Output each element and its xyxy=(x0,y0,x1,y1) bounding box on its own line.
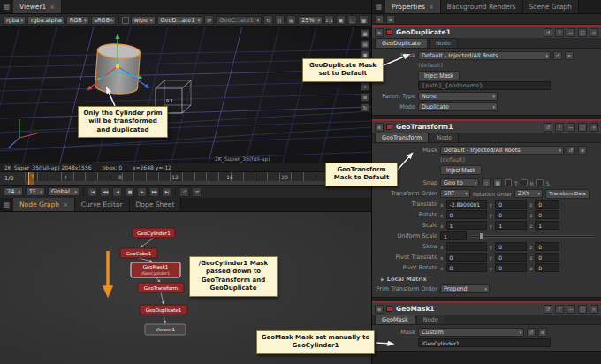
node-geocube1[interactable]: GeoCube1 xyxy=(120,248,157,258)
node-color-chip[interactable] xyxy=(386,124,392,130)
pane-menu-icon[interactable]: ▦ xyxy=(372,0,385,13)
node-geotransform[interactable]: GeoTransform xyxy=(138,283,184,292)
path-template-field[interactable]: {path}_{nodename} xyxy=(418,81,551,90)
close-icon[interactable]: × xyxy=(49,4,55,11)
gm-mask-dropdown[interactable]: Custom xyxy=(418,328,524,337)
mask-path-field[interactable]: /GeoCylinder1 xyxy=(418,338,551,347)
pane-menu-icon[interactable]: ▦ xyxy=(0,198,13,211)
node-name[interactable]: GeoTransform1 xyxy=(396,123,541,131)
sync-icon[interactable]: ↻ xyxy=(361,103,369,112)
tab-scene-graph[interactable]: Scene Graph xyxy=(523,0,579,13)
range-dropdown[interactable]: Global xyxy=(48,187,80,196)
mask-menu-icon[interactable]: ≡ xyxy=(578,146,587,155)
minimize-icon[interactable]: — xyxy=(567,123,575,132)
prev-frame-button[interactable]: ◀ xyxy=(112,187,122,197)
tab-node[interactable]: Node xyxy=(429,38,458,48)
rotate-y-field[interactable]: 0 xyxy=(495,210,527,219)
pivot-rotate-z-field[interactable]: 0 xyxy=(535,263,559,272)
swap-inputs-icon[interactable]: ⇄ xyxy=(204,15,214,25)
help-icon[interactable]: ? xyxy=(555,123,564,132)
undo-icon[interactable]: ↺ xyxy=(544,123,552,132)
snap-s-checkbox[interactable] xyxy=(536,179,544,186)
slider-handle[interactable] xyxy=(479,232,483,240)
checkerboard-icon[interactable]: ▦ xyxy=(359,15,369,25)
uniform-scale-field[interactable]: 1 xyxy=(440,231,467,240)
tab-node-graph[interactable]: Node Graph × xyxy=(13,198,75,211)
node-geoduplicate1[interactable]: GeoDuplicate1 xyxy=(140,305,187,315)
rewind-button[interactable]: ◀◀ xyxy=(100,187,110,197)
float-icon[interactable]: □ xyxy=(578,123,587,132)
pivot-translate-y-field[interactable]: 0 xyxy=(495,253,527,262)
node-viewer1[interactable]: Viewer1 xyxy=(145,324,186,335)
tab-viewer1[interactable]: Viewer1 × xyxy=(13,0,62,13)
tab-properties[interactable]: Properties × xyxy=(385,0,441,13)
close-icon[interactable]: × xyxy=(590,28,598,37)
help-icon[interactable]: ? xyxy=(555,305,564,314)
go-first-frame-button[interactable]: |◀ xyxy=(87,187,97,197)
translate-x-field[interactable]: -2.8900001 xyxy=(446,200,487,209)
clear-panels-icon[interactable]: ≡ xyxy=(386,15,395,24)
fullscreen-icon[interactable]: □ xyxy=(347,15,357,25)
play-button[interactable]: ▶ xyxy=(137,187,147,197)
tab-background-renders[interactable]: Background Renders xyxy=(441,0,523,13)
roi-icon[interactable]: ▤ xyxy=(286,15,296,25)
loop-mode-icon[interactable]: ↺ xyxy=(179,187,189,197)
timecode-dropdown[interactable]: TF xyxy=(26,187,45,196)
mask-reset-icon[interactable]: ↺ xyxy=(527,328,536,337)
node-color-chip[interactable] xyxy=(386,29,392,35)
tab-node[interactable]: Node xyxy=(416,315,445,324)
go-last-frame-button[interactable]: ▶| xyxy=(162,187,171,197)
close-icon[interactable]: × xyxy=(590,123,598,132)
alpha-channel-dropdown[interactable]: rgba.alpha xyxy=(27,16,65,25)
viewport-settings-icon[interactable]: ≡ xyxy=(361,93,369,102)
view-layout-icon[interactable]: ▦ xyxy=(361,29,369,38)
axis-toggle-icon[interactable]: + xyxy=(361,82,369,91)
close-icon[interactable]: × xyxy=(63,201,68,209)
inject-mask-button[interactable]: Inject Mask xyxy=(440,165,482,175)
minimize-icon[interactable]: — xyxy=(567,305,575,314)
float-icon[interactable]: □ xyxy=(578,28,587,37)
mask-menu-icon[interactable]: ≡ xyxy=(538,328,547,337)
scale-z-field[interactable]: 1 xyxy=(535,221,559,230)
scale-y-field[interactable]: 1 xyxy=(495,221,527,230)
snap-pick-icon[interactable]: ◇ xyxy=(482,178,491,187)
input-b-dropdown[interactable]: GeoC...ate1 xyxy=(216,16,262,25)
refresh-icon[interactable]: ↻ xyxy=(263,15,273,25)
snap-r-checkbox[interactable] xyxy=(521,179,528,186)
minimize-icon[interactable]: — xyxy=(567,28,575,37)
layer-dropdown[interactable]: rgba xyxy=(3,16,26,25)
tab-dope-sheet[interactable]: Dope Sheet xyxy=(130,198,182,211)
pivot-rotate-y-field[interactable]: 0 xyxy=(495,263,527,272)
prim-transform-order-dropdown[interactable]: Prepend xyxy=(440,284,490,293)
snap-t-checkbox[interactable] xyxy=(505,179,512,186)
tab-geoduplicate[interactable]: GeoDuplicate xyxy=(375,38,428,48)
undo-icon[interactable]: ↺ xyxy=(544,305,552,314)
tab-curve-editor[interactable]: Curve Editor xyxy=(75,198,130,211)
inject-mask-button[interactable]: Inject Mask xyxy=(418,71,460,80)
parent-type-dropdown[interactable]: None xyxy=(418,92,498,101)
node-settings-icon[interactable]: ≡ xyxy=(375,305,384,314)
mask-menu-icon[interactable]: ≡ xyxy=(565,51,574,60)
input-a-dropdown[interactable]: GeoD...ate1 xyxy=(157,16,203,25)
node-geomask1[interactable]: GeoMask1 /GeoCylinder1 xyxy=(131,262,180,277)
close-icon[interactable]: × xyxy=(590,305,598,314)
tab-geotransform[interactable]: GeoTransform xyxy=(375,133,429,142)
node-geocylinder1[interactable]: GeoCylinder1 xyxy=(133,228,175,238)
gd-mask-dropdown[interactable]: Default - Injected/All Roots xyxy=(418,51,551,60)
mode-dropdown[interactable]: Duplicate xyxy=(418,102,498,111)
timeline-playhead[interactable]: 1 xyxy=(28,172,34,185)
float-icon[interactable]: □ xyxy=(578,305,587,314)
snap-dropdown[interactable]: Geo to xyxy=(440,178,479,187)
translate-y-field[interactable]: 0 xyxy=(495,200,527,209)
mask-reset-icon[interactable]: ↺ xyxy=(553,51,562,60)
colorspace-dropdown[interactable]: sRGB xyxy=(91,16,116,25)
rotation-order-dropdown[interactable]: ZXY xyxy=(514,189,543,198)
properties-scroll[interactable]: ≡ GeoDuplicate1 ↺ ? — □ × GeoDuplicate N… xyxy=(372,25,601,364)
transform-order-dropdown[interactable]: SRT xyxy=(440,189,470,198)
node-settings-icon[interactable]: ≡ xyxy=(375,28,384,37)
fast-forward-button[interactable]: ▶▶ xyxy=(149,187,159,197)
pivot-translate-z-field[interactable]: 0 xyxy=(535,253,559,262)
fit-view-icon[interactable]: ▣ xyxy=(336,15,346,25)
skew-z-field[interactable]: 0 xyxy=(535,242,559,251)
help-icon[interactable]: ? xyxy=(555,28,564,37)
